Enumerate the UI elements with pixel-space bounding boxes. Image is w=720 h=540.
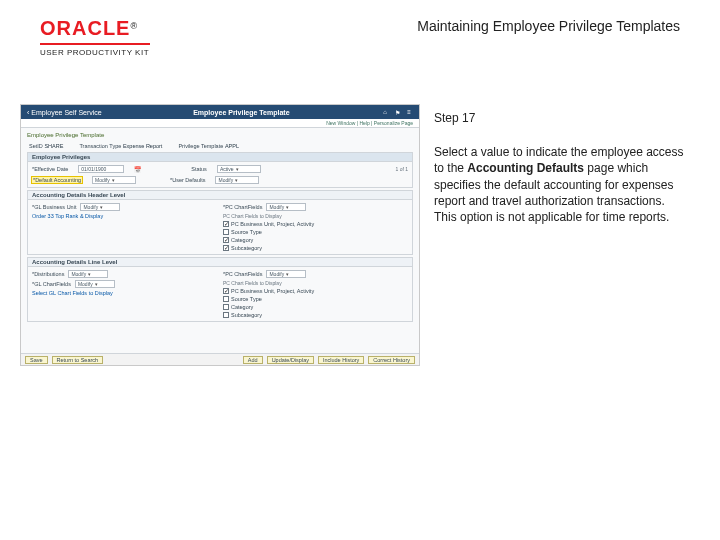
product-line: USER PRODUCTIVITY KIT [40, 48, 150, 57]
employee-privileges-section: Employee Privileges *Effective Date 01/0… [27, 152, 413, 188]
setid-row: SetID SHARE Transaction Type Expense Rep… [21, 142, 419, 150]
checkbox-icon[interactable] [223, 304, 229, 310]
pc-cf-label-h: *PC ChartFields [223, 204, 262, 210]
accounting-header-title: Accounting Details Header Level [27, 190, 413, 200]
cf-row-l3[interactable]: Category [223, 304, 408, 310]
eff-date-input[interactable]: 01/01/1900 [78, 165, 124, 173]
user-defaults-select[interactable]: Modify [215, 176, 259, 184]
logo-divider [40, 43, 150, 45]
checkbox-icon[interactable] [223, 237, 229, 243]
pc-cf-label-l: *PC ChartFields [223, 271, 262, 277]
add-button[interactable]: Add [243, 356, 263, 364]
gl-bu-select[interactable]: Modify [80, 203, 120, 211]
registered-mark: ® [130, 21, 137, 31]
navbar-icons: ⌂ ⚑ ≡ [381, 109, 413, 116]
embedded-app-screenshot: ‹ Employee Self Service Employee Privile… [20, 104, 420, 366]
instruction-panel: Step 17 Select a value to indicate the e… [434, 110, 684, 225]
page-crumb: Employee Privilege Template [21, 128, 419, 142]
checkbox-icon[interactable] [223, 221, 229, 227]
eff-date-label: *Effective Date [32, 166, 68, 172]
step-label: Step 17 [434, 110, 684, 126]
cf-row-l2[interactable]: Source Type [223, 296, 408, 302]
home-icon[interactable]: ⌂ [381, 109, 389, 116]
subbar-links[interactable]: New Window | Help | Personalize Page [21, 119, 419, 128]
cf-row-h4[interactable]: Subcategory [223, 245, 408, 251]
pc-cf-select-h[interactable]: Modify [266, 203, 306, 211]
update-display-button[interactable]: Update/Display [267, 356, 314, 364]
cf-row-l4[interactable]: Subcategory [223, 312, 408, 318]
save-button[interactable]: Save [25, 356, 48, 364]
status-select[interactable]: Active [217, 165, 261, 173]
flag-icon[interactable]: ⚑ [393, 109, 401, 116]
status-label: Status [191, 166, 207, 172]
order-link-header[interactable]: Order 33 Top Rank & Display [32, 213, 217, 219]
row-counter: 1 of 1 [395, 166, 408, 172]
doc-title: Maintaining Employee Privilege Templates [417, 18, 680, 34]
instruction-bold: Accounting Defaults [467, 161, 584, 175]
gl-cf-select-l[interactable]: Modify [75, 280, 115, 288]
gl-bu-label: *GL Business Unit [32, 204, 76, 210]
checkbox-icon[interactable] [223, 296, 229, 302]
pc-cf-select-l[interactable]: Modify [266, 270, 306, 278]
back-link[interactable]: ‹ Employee Self Service [27, 109, 102, 116]
page-header: ORACLE® USER PRODUCTIVITY KIT Maintainin… [40, 18, 680, 57]
privilege-template-label: Privilege Template [178, 143, 223, 149]
setid-label: SetID [29, 143, 43, 149]
cf-row-h1[interactable]: PC Business Unit, Project, Activity [223, 221, 408, 227]
txn-label: Transaction Type [79, 143, 121, 149]
instruction-body: Select a value to indicate the employee … [434, 144, 684, 225]
accounting-header-section: Accounting Details Header Level *GL Busi… [27, 190, 413, 255]
cfd-label-l: PC Chart Fields to Display [223, 280, 408, 286]
include-history-button[interactable]: Include History [318, 356, 364, 364]
return-to-search-button[interactable]: Return to Search [52, 356, 104, 364]
setid-value: SHARE [44, 143, 63, 149]
accounting-line-title: Accounting Details Line Level [27, 257, 413, 267]
app-navbar: ‹ Employee Self Service Employee Privile… [21, 105, 419, 119]
gl-cf-label-l: *GL ChartFields [32, 281, 71, 287]
back-link-label: Employee Self Service [31, 109, 101, 116]
user-defaults-label: *User Defaults [170, 177, 205, 183]
checkbox-icon[interactable] [223, 288, 229, 294]
oracle-wordmark: ORACLE® [40, 18, 150, 39]
app-footer: Save Return to Search Add Update/Display… [21, 353, 419, 365]
employee-privileges-title: Employee Privileges [27, 152, 413, 162]
checkbox-icon[interactable] [223, 312, 229, 318]
oracle-word: ORACLE [40, 17, 130, 39]
privilege-template-value: APPL [225, 143, 239, 149]
order-link-line[interactable]: Select GL Chart Fields to Display [32, 290, 217, 296]
dist-select[interactable]: Modify [68, 270, 108, 278]
cf-row-l1[interactable]: PC Business Unit, Project, Activity [223, 288, 408, 294]
menu-icon[interactable]: ≡ [405, 109, 413, 116]
oracle-logo-block: ORACLE® USER PRODUCTIVITY KIT [40, 18, 150, 57]
navbar-title: Employee Privilege Template [110, 109, 373, 116]
checkbox-icon[interactable] [223, 245, 229, 251]
txn-value: Expense Report [123, 143, 162, 149]
checkbox-icon[interactable] [223, 229, 229, 235]
accounting-line-section: Accounting Details Line Level *Distribut… [27, 257, 413, 322]
cf-row-h2[interactable]: Source Type [223, 229, 408, 235]
correct-history-button[interactable]: Correct History [368, 356, 415, 364]
calendar-icon[interactable]: 📅 [134, 166, 141, 173]
cfd-label-h: PC Chart Fields to Display [223, 213, 408, 219]
cf-row-h3[interactable]: Category [223, 237, 408, 243]
default-accounting-label[interactable]: *Default Accounting [32, 177, 82, 183]
dist-label: *Distributions [32, 271, 64, 277]
default-accounting-select[interactable]: Modify [92, 176, 136, 184]
